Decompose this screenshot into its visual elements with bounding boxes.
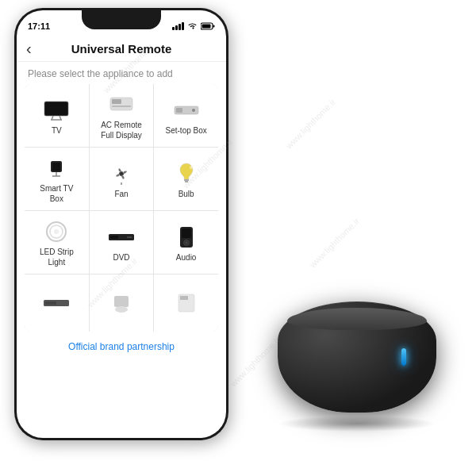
- status-icons: [172, 22, 215, 30]
- svg-rect-28: [110, 236, 118, 239]
- appliance-item-tv[interactable]: TV: [25, 84, 89, 147]
- appliance-item-smtv[interactable]: Smart TVBox: [25, 148, 89, 210]
- fan-label: Fan: [114, 189, 128, 199]
- svg-rect-31: [182, 228, 191, 238]
- hub-device: [278, 301, 436, 432]
- svg-rect-10: [112, 106, 131, 107]
- misc2-icon: [107, 292, 136, 314]
- partnership-text[interactable]: Official brand partnership: [17, 332, 226, 362]
- stb-icon: [172, 99, 201, 121]
- hub-top-band: [287, 308, 427, 330]
- svg-point-23: [190, 166, 193, 169]
- led-icon: [42, 221, 71, 243]
- page-title: Universal Remote: [71, 42, 172, 56]
- hub-led-indicator: [401, 348, 406, 366]
- tv-icon: [42, 99, 71, 121]
- clock: 17:11: [28, 21, 50, 31]
- svg-rect-9: [112, 99, 121, 104]
- svg-rect-22: [185, 181, 188, 182]
- scene: www.lighthome.ir www.lighthome.ir www.li…: [0, 0, 476, 476]
- battery-icon: [201, 22, 215, 30]
- appliance-item-fan[interactable]: Fan: [90, 148, 154, 210]
- appliance-grid: TV AC RemoteFull Display: [25, 84, 218, 332]
- audio-icon: [172, 226, 201, 248]
- subtitle-text: Please select the appliance to add: [17, 62, 226, 84]
- ac-label: AC RemoteFull Display: [101, 120, 142, 140]
- signal-icon: [172, 22, 184, 30]
- svg-rect-1: [213, 25, 215, 28]
- dvd-label: DVD: [113, 252, 129, 263]
- fan-icon: [107, 163, 136, 185]
- svg-point-33: [185, 241, 187, 244]
- svg-rect-29: [127, 236, 132, 238]
- misc1-icon: [42, 292, 71, 314]
- svg-rect-39: [180, 296, 188, 300]
- appliance-item-misc3[interactable]: [154, 274, 218, 332]
- appliance-item-stb[interactable]: Set-top Box: [154, 84, 218, 147]
- smtv-icon: [42, 157, 71, 179]
- svg-rect-15: [52, 163, 60, 171]
- ac-icon: [107, 94, 136, 116]
- appliance-item-misc2[interactable]: [90, 274, 154, 332]
- svg-rect-21: [184, 179, 189, 181]
- smtv-label: Smart TVBox: [40, 183, 73, 204]
- appliance-item-bulb[interactable]: Bulb: [154, 148, 218, 210]
- appliance-item-ac[interactable]: AC RemoteFull Display: [90, 84, 154, 147]
- bulb-label: Bulb: [178, 189, 194, 199]
- svg-rect-12: [176, 108, 182, 113]
- hub-body: [278, 301, 436, 413]
- misc3-icon: [172, 292, 201, 314]
- phone-notch: [82, 10, 161, 29]
- svg-point-26: [54, 229, 59, 234]
- hub-shadow: [278, 416, 436, 432]
- phone-screen: 17:11: [17, 10, 226, 438]
- wifi-icon: [187, 22, 198, 30]
- appliance-item-led[interactable]: LED StripLight: [25, 211, 89, 274]
- stb-label: Set-top Box: [166, 125, 207, 136]
- audio-label: Audio: [176, 252, 197, 263]
- appliance-item-dvd[interactable]: DVD: [90, 211, 154, 274]
- app-header: ‹ Universal Remote: [17, 36, 226, 62]
- dvd-icon: [107, 226, 136, 248]
- phone: 17:11: [14, 8, 228, 440]
- back-button[interactable]: ‹: [26, 40, 32, 56]
- bulb-icon: [172, 163, 201, 185]
- tv-label: TV: [52, 125, 62, 136]
- svg-rect-4: [45, 102, 67, 115]
- appliance-item-audio[interactable]: Audio: [154, 211, 218, 274]
- svg-rect-2: [202, 25, 211, 29]
- led-label: LED StripLight: [40, 247, 74, 267]
- svg-point-13: [192, 109, 195, 112]
- svg-point-19: [120, 172, 123, 175]
- svg-rect-36: [114, 296, 129, 307]
- appliance-item-misc1[interactable]: [25, 274, 89, 332]
- svg-rect-35: [45, 301, 56, 305]
- svg-point-37: [115, 306, 128, 313]
